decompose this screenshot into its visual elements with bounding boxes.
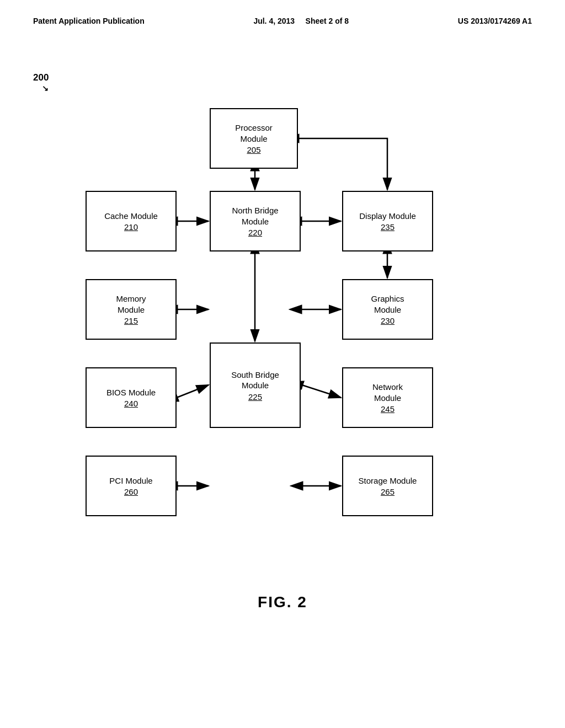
module-number-display: 235: [381, 222, 395, 232]
module-storage: Storage Module265: [342, 456, 433, 516]
page: Patent Application Publication Jul. 4, 2…: [0, 0, 565, 728]
module-memory: MemoryModule215: [86, 279, 177, 340]
module-number-storage: 265: [381, 487, 395, 496]
module-north_bridge: North BridgeModule220: [210, 191, 301, 251]
module-bios: BIOS Module240: [86, 367, 177, 428]
module-name-processor: ProcessorModule: [235, 122, 273, 144]
module-south_bridge: South BridgeModule225: [210, 342, 301, 428]
label-arrow-200: ↘: [42, 84, 49, 93]
figure-caption: FIG. 2: [0, 593, 565, 611]
header: Patent Application Publication Jul. 4, 2…: [0, 0, 565, 31]
header-publication: Patent Application Publication: [33, 17, 145, 25]
module-name-pci: PCI Module: [109, 475, 152, 486]
diagram-area: 200 ↘: [0, 42, 565, 582]
header-date-sheet: Jul. 4, 2013 Sheet 2 of 8: [253, 17, 349, 25]
module-name-south_bridge: South BridgeModule: [231, 370, 279, 391]
module-name-network: NetworkModule: [372, 382, 403, 403]
svg-line-9: [177, 385, 209, 398]
header-patent-number: US 2013/0174269 A1: [458, 17, 532, 25]
module-pci: PCI Module260: [86, 456, 177, 516]
svg-line-10: [302, 385, 341, 398]
module-number-bios: 240: [124, 399, 138, 408]
module-processor: ProcessorModule205: [210, 108, 298, 169]
module-number-network: 245: [381, 404, 395, 414]
module-number-north_bridge: 220: [248, 228, 262, 237]
header-date: Jul. 4, 2013: [253, 17, 295, 25]
module-network: NetworkModule245: [342, 367, 433, 428]
module-number-processor: 205: [247, 145, 260, 154]
module-cache: Cache Module210: [86, 191, 177, 251]
module-name-north_bridge: North BridgeModule: [232, 205, 278, 227]
module-name-memory: MemoryModule: [116, 293, 146, 315]
module-name-display: Display Module: [359, 211, 416, 222]
module-number-cache: 210: [124, 222, 138, 232]
module-name-bios: BIOS Module: [106, 387, 156, 398]
module-display: Display Module235: [342, 191, 433, 251]
module-name-graphics: GraphicsModule: [371, 293, 404, 315]
module-number-south_bridge: 225: [248, 392, 262, 402]
module-name-cache: Cache Module: [104, 211, 158, 222]
module-number-graphics: 230: [381, 316, 395, 325]
header-sheet: Sheet 2 of 8: [306, 17, 349, 25]
module-number-pci: 260: [124, 487, 138, 496]
module-graphics: GraphicsModule230: [342, 279, 433, 340]
module-name-storage: Storage Module: [359, 475, 417, 486]
diagram-label-200: 200: [33, 72, 49, 83]
module-number-memory: 215: [124, 316, 138, 325]
